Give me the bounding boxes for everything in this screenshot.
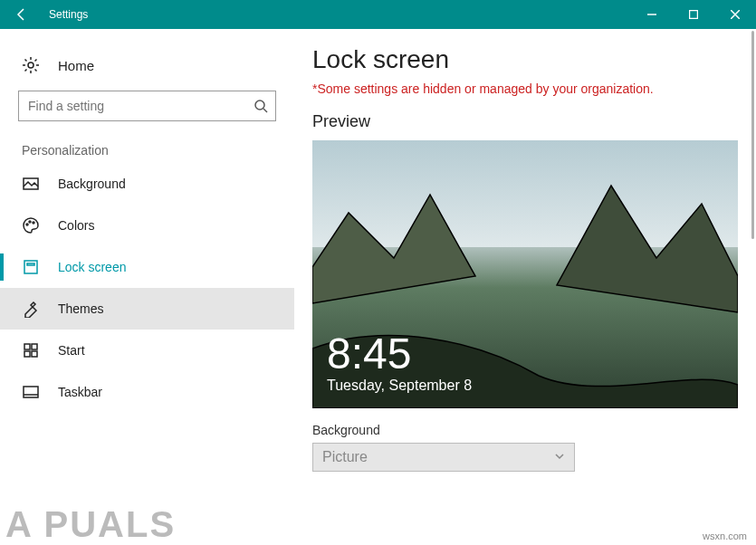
svg-point-6: [33, 222, 34, 224]
close-button[interactable]: [714, 0, 756, 29]
svg-rect-11: [24, 351, 30, 357]
sidebar-item-background[interactable]: Background: [0, 163, 294, 205]
window-title: Settings: [43, 8, 631, 21]
back-button[interactable]: [0, 0, 43, 29]
home-label: Home: [58, 58, 94, 73]
page-title: Lock screen: [312, 45, 738, 74]
search-box[interactable]: [18, 91, 276, 121]
taskbar-icon: [22, 383, 40, 401]
gear-icon: [22, 56, 40, 74]
lockscreen-icon: [22, 258, 40, 276]
lockscreen-preview: 8:45 Tuesday, September 8: [312, 140, 738, 408]
svg-point-1: [28, 62, 33, 68]
preview-date: Tuesday, September 8: [327, 378, 472, 394]
main-panel: Lock screen *Some settings are hidden or…: [294, 29, 756, 545]
svg-rect-0: [690, 11, 698, 19]
sidebar-item-start[interactable]: Start: [0, 330, 294, 371]
svg-point-5: [29, 221, 31, 223]
sidebar-item-taskbar[interactable]: Taskbar: [0, 371, 294, 413]
svg-rect-8: [27, 263, 34, 265]
svg-rect-12: [32, 351, 37, 357]
svg-rect-9: [24, 344, 30, 349]
sidebar-category: Personalization: [0, 134, 294, 163]
svg-point-4: [26, 224, 28, 225]
sidebar-item-lockscreen[interactable]: Lock screen: [0, 246, 294, 288]
themes-icon: [22, 300, 40, 318]
org-warning: *Some settings are hidden or managed by …: [312, 81, 738, 96]
maximize-button[interactable]: [673, 0, 714, 29]
minimize-button[interactable]: [631, 0, 673, 29]
sidebar-item-label: Colors: [58, 218, 94, 233]
watermark-url: wsxn.com: [703, 531, 747, 541]
svg-rect-7: [24, 261, 37, 273]
preview-clock: 8:45: [327, 332, 472, 376]
search-icon: [254, 99, 268, 113]
svg-point-2: [255, 100, 264, 110]
home-nav[interactable]: Home: [0, 47, 294, 83]
background-value: Picture: [322, 449, 368, 465]
svg-rect-13: [24, 387, 38, 397]
search-input[interactable]: [28, 99, 254, 113]
chevron-down-icon: [554, 449, 565, 465]
scrollbar[interactable]: [751, 31, 754, 239]
palette-icon: [22, 216, 40, 234]
sidebar: Home Personalization Background Colors L…: [0, 29, 294, 545]
titlebar: Settings: [0, 0, 756, 29]
sidebar-item-themes[interactable]: Themes: [0, 288, 294, 330]
sidebar-item-label: Taskbar: [58, 385, 102, 399]
sidebar-item-label: Start: [58, 343, 85, 358]
sidebar-item-label: Lock screen: [58, 260, 126, 274]
sidebar-item-label: Background: [58, 177, 126, 191]
background-dropdown[interactable]: Picture: [312, 443, 575, 472]
background-label: Background: [312, 423, 738, 437]
sidebar-item-colors[interactable]: Colors: [0, 205, 294, 246]
svg-rect-10: [32, 344, 37, 349]
picture-icon: [22, 175, 40, 193]
preview-label: Preview: [312, 112, 738, 131]
watermark-logo: A PUALS: [5, 504, 176, 545]
start-icon: [22, 341, 40, 359]
sidebar-item-label: Themes: [58, 301, 104, 316]
